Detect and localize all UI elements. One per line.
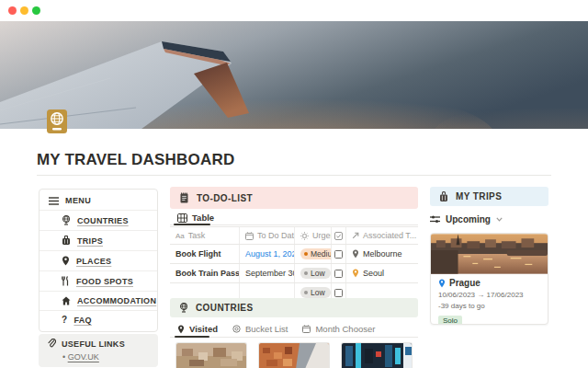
sidebar-item-label: PLACES bbox=[76, 257, 111, 266]
trip-name: Prague bbox=[449, 278, 481, 288]
date-cell[interactable]: September 30, 2023 bbox=[245, 269, 295, 278]
location-pin-icon-gray bbox=[352, 249, 359, 259]
house-icon bbox=[62, 296, 71, 305]
menu-title: MENU bbox=[65, 196, 91, 205]
trips-view-label: Upcoming bbox=[446, 214, 491, 224]
trip-card-body: Prague 10/06/2023 → 17/06/2023 -39 days … bbox=[431, 274, 548, 325]
associated-label: Melbourne bbox=[363, 249, 402, 259]
trip-card-prague[interactable]: Prague 10/06/2023 → 17/06/2023 -39 days … bbox=[430, 233, 548, 325]
question-icon: ? bbox=[62, 316, 67, 325]
calendar-icon bbox=[302, 325, 311, 333]
sidebar-item-trips[interactable]: TRIPS bbox=[40, 231, 157, 251]
tab-label: Month Chooser bbox=[315, 324, 375, 334]
trip-countdown: -39 days to go bbox=[438, 302, 540, 310]
associated-label: Seoul bbox=[363, 269, 384, 278]
todo-view-tab-table[interactable]: Table bbox=[177, 213, 214, 223]
pill-dot bbox=[304, 271, 308, 275]
task-cell[interactable]: Book Flight bbox=[175, 249, 221, 259]
window-minimize-button[interactable] bbox=[20, 6, 28, 15]
tab-bucket-list[interactable]: Bucket List bbox=[232, 324, 288, 334]
countries-gallery bbox=[175, 342, 413, 368]
countries-active-tab-underline bbox=[175, 336, 209, 338]
map-pin-icon bbox=[62, 256, 70, 266]
calendar-icon bbox=[245, 232, 254, 240]
luggage-icon bbox=[439, 191, 448, 202]
airplane-wing-cover-art bbox=[0, 21, 588, 129]
urgency-pill-low[interactable]: Low bbox=[300, 268, 331, 279]
notion-travel-dashboard: MY TRAVEL DASHBOARD MENU COUNTRIES TRIPS bbox=[0, 0, 588, 368]
table-row[interactable]: Book Train Pass September 30, 2023 Low S… bbox=[170, 264, 418, 283]
row-checkbox[interactable] bbox=[334, 250, 343, 259]
urgency-pill-medium[interactable]: Medium bbox=[300, 248, 332, 259]
tab-visited[interactable]: Visited bbox=[177, 324, 218, 334]
globe-icon bbox=[179, 303, 188, 313]
location-pin-icon-orange bbox=[352, 269, 359, 278]
urgency-pill-low[interactable]: Low bbox=[300, 287, 331, 298]
pill-label: Low bbox=[311, 288, 325, 297]
window-close-button[interactable] bbox=[8, 6, 17, 15]
tab-label: Bucket List bbox=[245, 324, 288, 334]
gallery-card-3[interactable] bbox=[341, 342, 413, 368]
menu-header: MENU bbox=[40, 191, 157, 211]
countries-title: COUNTRIES bbox=[196, 303, 254, 313]
sidebar-item-countries[interactable]: COUNTRIES bbox=[40, 211, 157, 231]
sidebar-item-faq[interactable]: ? FAQ bbox=[40, 311, 157, 329]
sliders-icon bbox=[430, 215, 440, 224]
map-pin-icon bbox=[177, 325, 185, 334]
table-row[interactable]: Book Flight August 1, 2023 Medium Melbou… bbox=[170, 245, 418, 264]
column-label: To Do Date bbox=[257, 231, 295, 240]
associated-cell[interactable]: Seoul bbox=[346, 264, 418, 282]
column-label: Urgency bbox=[312, 231, 332, 240]
task-cell[interactable]: Book Train Pass bbox=[175, 269, 240, 278]
page-title: MY TRAVEL DASHBOARD bbox=[37, 151, 234, 169]
page-emoji-passport-icon[interactable] bbox=[44, 109, 70, 134]
title-divider bbox=[37, 175, 551, 176]
pill-dot bbox=[304, 291, 308, 294]
todo-list-title: TO-DO-LIST bbox=[197, 193, 253, 203]
column-header-urgency[interactable]: Urgency bbox=[295, 227, 332, 244]
pill-label: Medium bbox=[311, 249, 332, 259]
notepad-icon bbox=[179, 192, 189, 203]
my-trips-header: MY TRIPS bbox=[430, 187, 548, 206]
column-label: Task bbox=[188, 231, 206, 240]
sidebar-item-accommodation[interactable]: ACCOMMODATION bbox=[40, 292, 157, 311]
gallery-card-2[interactable] bbox=[258, 342, 330, 368]
window-zoom-button[interactable] bbox=[32, 6, 40, 15]
my-trips-title: MY TRIPS bbox=[456, 191, 502, 201]
row-checkbox[interactable] bbox=[334, 270, 343, 278]
sidebar-item-places[interactable]: PLACES bbox=[40, 251, 157, 271]
row-checkbox[interactable] bbox=[334, 289, 343, 297]
column-header-date[interactable]: To Do Date bbox=[240, 227, 295, 244]
title-property-icon: Aa bbox=[175, 232, 185, 240]
useful-link-govuk[interactable]: • GOV.UK bbox=[62, 352, 149, 362]
column-header-associated[interactable]: Associated T... bbox=[346, 227, 418, 244]
trips-view-selector[interactable]: Upcoming bbox=[430, 214, 503, 224]
checkbox-property-icon bbox=[334, 232, 343, 240]
trip-dates: 10/06/2023 → 17/06/2023 bbox=[438, 291, 540, 299]
useful-links-title: USEFUL LINKS bbox=[62, 339, 125, 349]
paperclip-icon bbox=[48, 339, 56, 349]
sidebar-item-label: FAQ bbox=[74, 316, 91, 325]
pill-dot bbox=[304, 252, 308, 256]
hamburger-menu-icon bbox=[49, 197, 59, 205]
tab-month-chooser[interactable]: Month Chooser bbox=[302, 324, 375, 334]
date-cell[interactable]: August 1, 2023 bbox=[245, 249, 295, 259]
gallery-card-1[interactable] bbox=[175, 342, 247, 368]
todo-list-header: TO-DO-LIST bbox=[170, 187, 418, 209]
column-header-task[interactable]: Aa Task bbox=[170, 227, 240, 244]
useful-link-label: GOV.UK bbox=[68, 352, 99, 362]
column-label: Associated T... bbox=[363, 231, 416, 240]
chevron-down-icon bbox=[496, 217, 503, 222]
window-titlebar bbox=[0, 0, 588, 21]
date-text: August 1, 2023 bbox=[245, 249, 295, 259]
column-header-checkbox[interactable] bbox=[332, 227, 346, 244]
associated-cell[interactable]: Melbourne bbox=[346, 245, 418, 263]
table-view-icon bbox=[177, 213, 187, 223]
sidebar-item-label: COUNTRIES bbox=[77, 216, 129, 225]
prague-photo bbox=[431, 234, 548, 274]
sidebar-item-label: FOOD SPOTS bbox=[76, 277, 133, 286]
cover-image[interactable] bbox=[0, 21, 588, 129]
sidebar-item-food-spots[interactable]: FOOD SPOTS bbox=[40, 271, 157, 292]
active-tab-underline bbox=[174, 224, 210, 225]
pill-label: Low bbox=[311, 269, 325, 278]
